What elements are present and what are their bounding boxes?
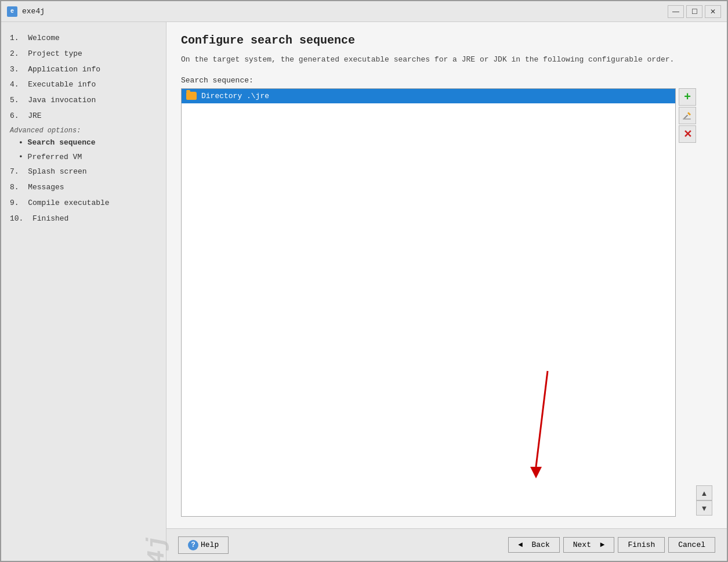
help-icon: ? [188,540,198,550]
minimize-button[interactable]: — [668,5,684,18]
advanced-options-label: Advanced options: [7,124,160,136]
sidebar-item-compile[interactable]: 9. Compile executable [7,196,160,211]
sidebar-item-splash-screen[interactable]: 7. Splash screen [7,164,160,180]
page-description: On the target system, the generated exec… [181,54,712,66]
list-action-buttons: + ✕ [676,88,694,517]
svg-marker-3 [687,112,691,116]
search-sequence-list[interactable]: Directory .\jre [181,88,676,517]
sidebar: 1. Welcome 2. Project type 3. Applicatio… [1,22,166,561]
main-window: e exe4j — ☐ ✕ 1. Welcome 2. Project type… [0,0,728,562]
help-button[interactable]: ? Help [178,536,229,554]
footer-right: ◄ Back Next ► Finish Cancel [508,537,715,553]
svg-marker-1 [530,467,542,478]
title-bar: e exe4j — ☐ ✕ [1,1,727,22]
sidebar-watermark: exe4j [143,535,171,561]
list-area: Directory .\jre + [181,88,712,517]
sidebar-item-project-type[interactable]: 2. Project type [7,46,160,62]
scroll-down-button[interactable]: ▼ [696,500,712,516]
footer: ? Help ◄ Back Next ► Finish Cancel [166,528,727,561]
svg-line-0 [536,371,548,467]
back-button[interactable]: ◄ Back [508,537,560,553]
page-title: Configure search sequence [181,34,712,47]
app-icon: e [7,6,17,17]
content-area: Configure search sequence On the target … [166,22,727,561]
red-arrow-annotation [501,365,571,481]
footer-left: ? Help [178,536,229,554]
sidebar-item-application-info[interactable]: 3. Application info [7,62,160,78]
next-button[interactable]: Next ► [563,537,615,553]
title-bar-left: e exe4j [7,6,45,17]
scroll-up-button[interactable]: ▲ [696,485,712,500]
sidebar-item-search-sequence[interactable]: • Search sequence [7,136,160,150]
sidebar-item-executable-info[interactable]: 4. Executable info [7,77,160,93]
sidebar-item-messages[interactable]: 8. Messages [7,180,160,196]
add-item-button[interactable]: + [679,88,696,106]
close-button[interactable]: ✕ [705,5,721,18]
list-item-text: Directory .\jre [201,92,269,100]
sidebar-item-jre[interactable]: 6. JRE [7,109,160,124]
sidebar-item-preferred-vm[interactable]: • Preferred VM [7,150,160,165]
window-controls: — ☐ ✕ [668,5,721,18]
cancel-button[interactable]: Cancel [668,537,715,553]
sidebar-item-finished[interactable]: 10. Finished [7,211,160,227]
content-main: Configure search sequence On the target … [166,22,727,528]
scroll-buttons: ▲ ▼ [694,88,712,517]
maximize-button[interactable]: ☐ [686,5,702,18]
main-content: 1. Welcome 2. Project type 3. Applicatio… [1,22,727,561]
sidebar-item-java-invocation[interactable]: 5. Java invocation [7,93,160,109]
edit-item-button[interactable] [679,107,696,124]
sidebar-nav: 1. Welcome 2. Project type 3. Applicatio… [7,31,160,552]
svg-rect-4 [683,118,691,120]
finish-button[interactable]: Finish [618,537,665,553]
window-title: exe4j [22,7,45,16]
sequence-label: Search sequence: [181,76,712,85]
delete-item-button[interactable]: ✕ [679,125,696,143]
list-item[interactable]: Directory .\jre [182,89,675,103]
folder-icon [186,92,197,100]
sidebar-item-welcome[interactable]: 1. Welcome [7,31,160,46]
